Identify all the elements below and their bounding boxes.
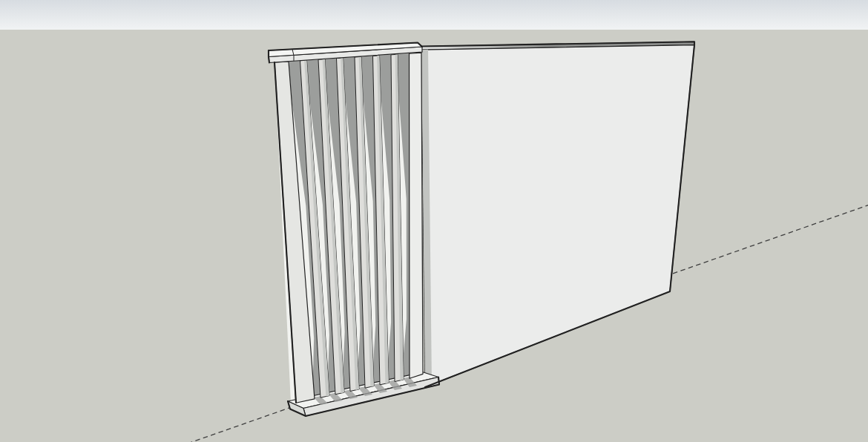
right-stile[interactable] <box>410 53 424 378</box>
sketchup-viewport[interactable] <box>0 0 868 442</box>
sky <box>0 0 868 30</box>
scene-canvas[interactable] <box>0 0 868 442</box>
model-silhouette <box>269 50 269 63</box>
